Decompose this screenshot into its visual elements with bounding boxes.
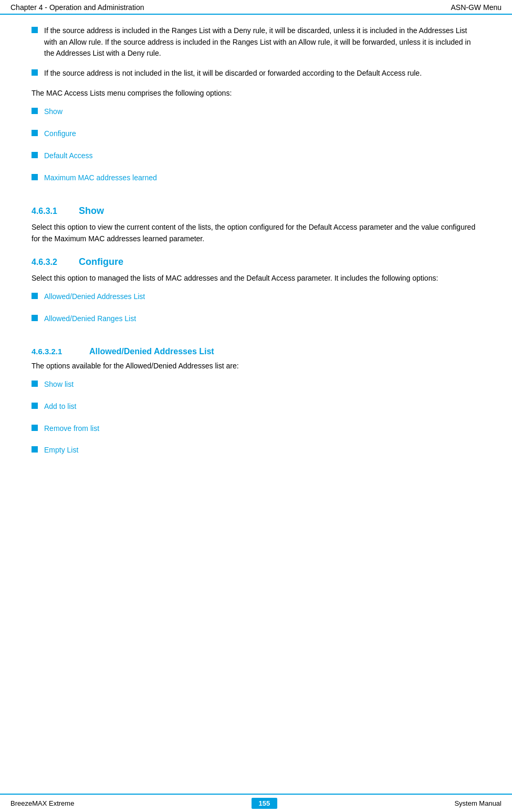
bullet-square-icon <box>32 27 38 33</box>
option-bullet-item: Empty List <box>32 445 480 456</box>
configure-bullet-item: Allowed/Denied Ranges List <box>32 313 480 325</box>
bullet-item-2: If the source address is not included in… <box>32 68 480 79</box>
section-46321-title: Allowed/Denied Addresses List <box>89 347 214 356</box>
section-4632-heading: 4.6.3.2 Configure <box>32 256 480 268</box>
menu-bullet-item: Maximum MAC addresses learned <box>32 172 480 184</box>
option-bullet-item: Show list <box>32 379 480 390</box>
option-bullet-item: Add to list <box>32 401 480 413</box>
option-link[interactable]: Show list <box>44 380 74 388</box>
option-link[interactable]: Remove from list <box>44 424 99 433</box>
footer-left: BreezeMAX Extreme <box>11 799 74 807</box>
configure-bullet-item: Allowed/Denied Addresses List <box>32 291 480 303</box>
bullet-square-icon-2 <box>32 69 38 76</box>
menu-link[interactable]: Show <box>44 107 62 116</box>
footer-right: System Manual <box>454 799 501 807</box>
section-4632-body: Select this option to managed the lists … <box>32 273 480 284</box>
bullet-item-1: If the source address is included in the… <box>32 25 480 59</box>
footer-page-number: 155 <box>252 798 278 809</box>
menu-link[interactable]: Configure <box>44 129 76 138</box>
menu-items-list: Show Configure Default Access Maximum MA… <box>32 106 480 194</box>
bullet-square-icon <box>32 108 38 114</box>
menu-bullet-item: Show <box>32 106 480 118</box>
option-bullet-item: Remove from list <box>32 423 480 435</box>
section-46321-number: 4.6.3.2.1 <box>32 347 89 356</box>
options-list: Show list Add to list Remove from list E… <box>32 379 480 467</box>
bullet-text-1: If the source address is included in the… <box>44 25 480 59</box>
intro-text: The MAC Access Lists menu comprises the … <box>32 88 480 99</box>
configure-sub-items: Allowed/Denied Addresses List Allowed/De… <box>32 291 480 335</box>
option-link[interactable]: Add to list <box>44 402 76 410</box>
section-4631-heading: 4.6.3.1 Show <box>32 205 480 217</box>
section-4632-number: 4.6.3.2 <box>32 258 79 267</box>
menu-bullet-item: Configure <box>32 128 480 140</box>
page-footer: BreezeMAX Extreme 155 System Manual <box>0 794 512 812</box>
header-right: ASN-GW Menu <box>451 3 501 12</box>
page-header: Chapter 4 - Operation and Administration… <box>0 0 512 15</box>
bullet-square-icon <box>32 130 38 136</box>
bullet-square-icon <box>32 403 38 409</box>
header-left: Chapter 4 - Operation and Administration <box>11 3 144 12</box>
section-46321-heading: 4.6.3.2.1 Allowed/Denied Addresses List <box>32 347 480 356</box>
bullet-square-icon <box>32 446 38 453</box>
option-link[interactable]: Empty List <box>44 446 78 454</box>
bullet-text-2: If the source address is not included in… <box>44 68 480 79</box>
bullet-square-icon <box>32 293 38 299</box>
menu-link[interactable]: Default Access <box>44 151 93 160</box>
section-4631-body: Select this option to view the current c… <box>32 222 480 244</box>
menu-link[interactable]: Maximum MAC addresses learned <box>44 173 157 182</box>
bullet-square-icon <box>32 174 38 180</box>
section-4631-title: Show <box>79 205 104 217</box>
configure-link[interactable]: Allowed/Denied Ranges List <box>44 314 136 323</box>
main-content: If the source address is included in the… <box>0 15 512 488</box>
bullet-square-icon <box>32 425 38 431</box>
configure-link[interactable]: Allowed/Denied Addresses List <box>44 292 145 301</box>
section-4631-number: 4.6.3.1 <box>32 207 79 216</box>
section-46321-body: The options available for the Allowed/De… <box>32 361 480 372</box>
section-4632-title: Configure <box>79 256 123 268</box>
bullet-square-icon <box>32 152 38 158</box>
menu-bullet-item: Default Access <box>32 150 480 162</box>
bullet-square-icon <box>32 381 38 387</box>
bullet-square-icon <box>32 315 38 321</box>
